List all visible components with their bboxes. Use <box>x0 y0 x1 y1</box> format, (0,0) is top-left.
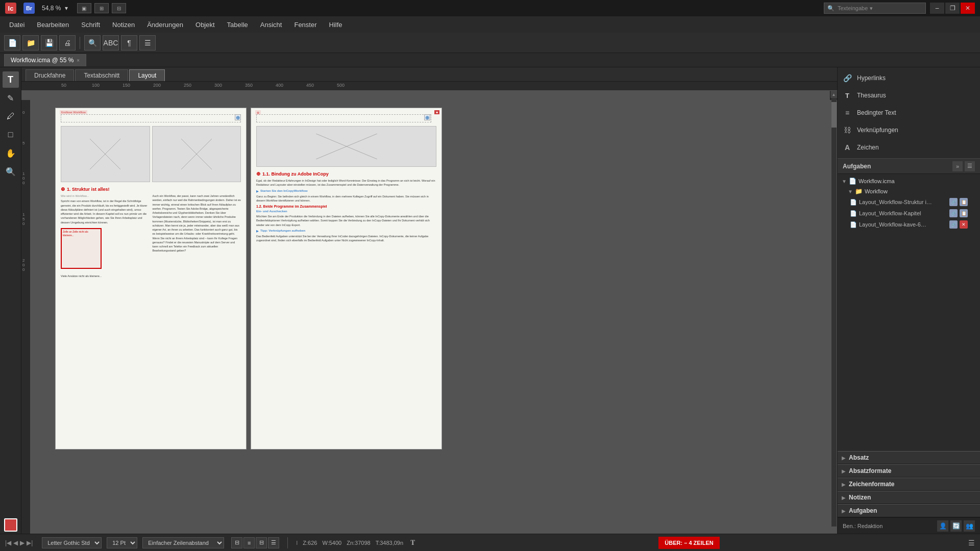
tasks-header: Aufgaben » ☰ <box>838 159 980 174</box>
close-button[interactable]: ✕ <box>961 3 975 14</box>
menu-bearbeiten[interactable]: Bearbeiten <box>32 19 74 31</box>
ruler-left: 0 5 100 150 200 <box>21 100 31 534</box>
menu-objekt[interactable]: Objekt <box>190 19 220 31</box>
toolbar: 📄 📁 💾 🖨 🔍 ABC ¶ ☰ <box>0 33 980 53</box>
absatz-header[interactable]: ▶ Absatz <box>838 451 980 464</box>
tree-folder-label: Workflow <box>865 188 888 194</box>
tool-menu[interactable]: ☰ <box>139 35 156 51</box>
text-align-center[interactable]: ≡ <box>243 537 255 548</box>
tool-brush[interactable]: 🖊 <box>3 108 19 124</box>
tree-child-2[interactable]: 📄 Layout_Workflow-Kapitel 🔗 📋 <box>838 208 980 219</box>
zeichenformate-header[interactable]: ▶ Zeichenformate <box>838 478 980 491</box>
ruler-v-15: 150 <box>22 212 24 226</box>
page2-icon-top: ⊕ <box>424 114 430 120</box>
right-panel: 🔗 Hyperlinks T Thesaurus ≡ Bedingter Tex… <box>837 67 980 534</box>
ruler-300: 300 <box>214 83 222 88</box>
tasks-title: Aufgaben <box>843 163 871 170</box>
search-bar[interactable]: 🔍 Texteingabe ▾ <box>824 3 926 14</box>
tool-pen[interactable]: ✎ <box>3 90 19 106</box>
menu-ansicht[interactable]: Ansicht <box>255 19 287 31</box>
absatzformate-header[interactable]: ▶ Absatzformate <box>838 464 980 478</box>
tab-textabschnitt[interactable]: Textabschnitt <box>75 69 128 81</box>
panel-thesaurus[interactable]: T Thesaurus <box>838 87 980 104</box>
page1-img2 <box>152 126 241 182</box>
tab-close[interactable]: × <box>77 58 80 63</box>
text-align-right[interactable]: ⊟ <box>256 537 267 548</box>
titlebar: Ic Br 54,8 % ▾ ▣ ⊞ ⊟ 🔍 Texteingabe ▾ – ❐… <box>0 0 980 16</box>
menu-aenderungen[interactable]: Änderungen <box>142 19 188 31</box>
aufgaben-header[interactable]: ▶ Aufgaben <box>838 504 980 517</box>
menu-schrift[interactable]: Schrift <box>76 19 105 31</box>
tool-new[interactable]: 📄 <box>4 35 20 51</box>
tabbar: Workflow.icma @ 55 % × <box>0 53 980 67</box>
tool-spellcheck[interactable]: ABC <box>103 35 119 51</box>
nav-prev[interactable]: ◀ <box>13 539 18 546</box>
child1-badge1: 🔗 <box>949 198 958 206</box>
tree-workflow-folder[interactable]: ▼ 📁 Workflow <box>838 186 980 196</box>
tasks-menu-btn[interactable]: ☰ <box>965 161 975 171</box>
page1-icon-top: ⊕ <box>235 114 241 120</box>
menu-fenster[interactable]: Fenster <box>289 19 322 31</box>
child3-badge1: 🔗 <box>949 220 958 229</box>
ruler-v-0: 0 <box>22 110 24 115</box>
ruler-150: 150 <box>122 83 130 88</box>
panel-hyperlinks[interactable]: 🔗 Hyperlinks <box>838 69 980 87</box>
ruler-450: 450 <box>306 83 314 88</box>
view-icon-3[interactable]: ⊟ <box>112 3 126 13</box>
tool-save[interactable]: 💾 <box>41 35 57 51</box>
nav-first[interactable]: |◀ <box>5 539 11 546</box>
nav-next[interactable]: ▶ <box>20 539 24 546</box>
vertical-scrollbar[interactable]: ▲ ▼ <box>830 91 837 534</box>
tree-child-1[interactable]: 📄 Layout_Workflow-Struktur i… 🔗 📋 <box>838 196 980 208</box>
doc-canvas[interactable]: Endlose Workflow ⊕ <box>40 100 837 534</box>
minimize-button[interactable]: – <box>930 3 944 14</box>
line-spacing-select[interactable]: Einfacher Zeilenabstand <box>142 537 224 548</box>
tab-label: Workflow.icma @ 55 % <box>11 57 74 64</box>
font-family-select[interactable]: Letter Gothic Std <box>42 537 102 548</box>
tab-druckfahne[interactable]: Druckfahne <box>26 69 74 81</box>
view-icon-1[interactable]: ▣ <box>77 3 91 13</box>
tool-text[interactable]: T <box>3 71 19 88</box>
tree-child-3[interactable]: 📄 Layout_Workflow-kave-6… 🔗 ✕ <box>838 219 980 230</box>
scroll-thumb[interactable] <box>831 102 837 128</box>
notizen-header[interactable]: ▶ Notizen <box>838 491 980 504</box>
tab-workflow[interactable]: Workflow.icma @ 55 % × <box>4 54 86 66</box>
scroll-up-btn[interactable]: ▲ <box>830 91 838 98</box>
tool-search[interactable]: 🔍 <box>84 35 101 51</box>
absatzformate-arrow: ▶ <box>842 468 846 474</box>
menu-datei[interactable]: Datei <box>4 19 30 31</box>
tool-shape[interactable]: □ <box>3 127 19 143</box>
page1-col2: Auch ein Workflow, der passt, kann nach … <box>153 194 241 253</box>
font-size-select[interactable]: 12 Pt <box>107 537 137 548</box>
tool-zoom[interactable]: 🔍 <box>3 163 19 180</box>
tree-folder-arrow: ▼ <box>848 189 853 194</box>
menu-tabelle[interactable]: Tabelle <box>222 19 253 31</box>
restore-button[interactable]: ❐ <box>945 3 960 14</box>
page1-img1 <box>61 126 150 182</box>
panel-verknupfungen[interactable]: ⛓ Verknüpfungen <box>838 121 980 139</box>
tool-open[interactable]: 📁 <box>22 35 39 51</box>
menu-notizen[interactable]: Notizen <box>107 19 140 31</box>
footer-icon-3[interactable]: 👥 <box>964 520 975 532</box>
footer-icon-2[interactable]: 🔄 <box>950 520 962 532</box>
menu-hilfe[interactable]: Hilfe <box>324 19 348 31</box>
view-icon-2[interactable]: ⊞ <box>94 3 109 13</box>
tool-pilcrow[interactable]: ¶ <box>121 35 137 51</box>
tab-layout[interactable]: Layout <box>129 69 165 81</box>
nav-last[interactable]: ▶| <box>27 539 33 546</box>
tasks-expand-btn[interactable]: » <box>952 161 963 171</box>
tasks-controls: » ☰ <box>952 161 975 171</box>
text-align-left[interactable]: ⊟ <box>231 537 242 548</box>
page-spread: Endlose Workflow ⊕ <box>55 108 442 449</box>
tool-print[interactable]: 🖨 <box>59 35 76 51</box>
footer-icon-1[interactable]: 👤 <box>937 520 948 532</box>
page1-content: ⊕ 1. Struktur ist alles! Wie wird in Wor… <box>61 126 241 444</box>
tree-root[interactable]: ▼ 📄 Workflow.icma <box>838 176 980 186</box>
child1-badge2: 📋 <box>960 198 968 206</box>
tool-color-fill[interactable] <box>4 518 17 532</box>
text-align-justify[interactable]: ☰ <box>268 537 279 548</box>
window-controls: – ❐ ✕ <box>930 3 975 14</box>
tool-hand[interactable]: ✋ <box>3 145 19 161</box>
panel-bedingter-text[interactable]: ≡ Bedingter Text <box>838 104 980 121</box>
panel-zeichen[interactable]: A Zeichen <box>838 139 980 156</box>
